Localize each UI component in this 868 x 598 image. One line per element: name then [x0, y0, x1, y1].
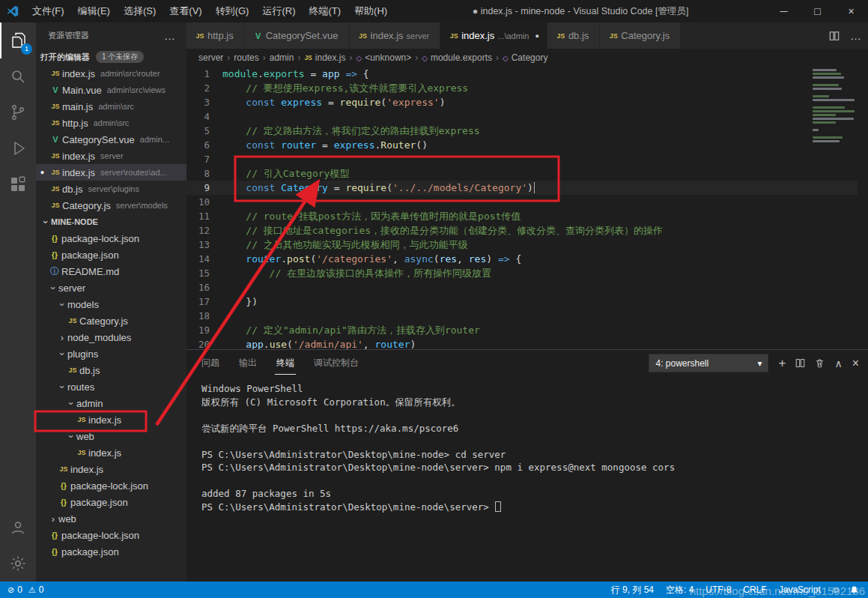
settings-gear-icon[interactable] [0, 546, 36, 582]
editor-tab[interactable]: JSdb.js [547, 22, 599, 49]
editor-tab[interactable]: JSindex.js...\admin● [440, 22, 547, 49]
code-line[interactable]: 5 // 定义路由方法，将我们定义的路由挂载到express [186, 124, 868, 138]
open-editor-item[interactable]: JSindex.jsserver [36, 148, 186, 164]
maximize-panel-icon[interactable]: ∧ [834, 357, 842, 369]
notifications-bell-icon[interactable] [845, 585, 864, 595]
code-line[interactable]: 9 const Category = require('../../models… [186, 181, 868, 195]
extensions-icon[interactable] [0, 166, 36, 202]
menu-item[interactable]: 文件(F) [25, 0, 71, 22]
problems-status[interactable]: ⊘ 0 ⚠ 0 [7, 585, 43, 595]
menu-item[interactable]: 选择(S) [117, 0, 163, 22]
source-control-icon[interactable] [0, 94, 36, 130]
split-editor-icon[interactable] [829, 31, 840, 41]
code-line[interactable]: 20 app.use('/admin/api', router) [186, 337, 868, 349]
code-editor[interactable]: 1module.exports = app => {2 // 要想使用expre… [186, 67, 868, 349]
panel-tab[interactable]: 终端 [275, 352, 296, 375]
breadcrumb-item[interactable]: ◇<unknown> [356, 52, 411, 63]
open-editor-item[interactable]: JSCategory.jsserver\models [36, 197, 186, 214]
open-editor-item[interactable]: ●JSindex.jsserver\routes\ad... [36, 164, 186, 181]
menu-item[interactable]: 运行(R) [255, 0, 302, 22]
file-item[interactable]: JSindex.js [36, 461, 186, 477]
code-line[interactable]: 3 const express = require('express') [186, 95, 868, 109]
file-item[interactable]: {}package-lock.json [36, 477, 186, 494]
folder-item[interactable]: ›routes [36, 378, 186, 395]
breadcrumb-item[interactable]: JSindex.js [304, 52, 345, 63]
code-line[interactable]: 8 // 引入Category模型 [186, 166, 868, 181]
code-line[interactable]: 7 [186, 152, 868, 166]
open-editor-item[interactable]: VMain.vueadmin\src\views [36, 82, 186, 98]
close-panel-icon[interactable]: × [852, 357, 859, 370]
code-line[interactable]: 18 [186, 309, 868, 323]
file-item[interactable]: {}package-lock.json [36, 527, 186, 543]
panel-tab[interactable]: 输出 [237, 352, 258, 375]
split-terminal-icon[interactable] [795, 358, 805, 368]
code-line[interactable]: 13 // 之后其他功能实现与此模板相同，与此功能平级 [186, 238, 868, 252]
maximize-button[interactable]: □ [801, 0, 834, 22]
file-item[interactable]: {}package.json [36, 543, 186, 560]
kill-terminal-trash-icon[interactable] [815, 358, 825, 368]
open-editors-header[interactable]: 打开的编辑器 1 个未保存 [36, 49, 186, 65]
file-item[interactable]: JSdb.js [36, 362, 186, 378]
code-line[interactable]: 4 [186, 109, 868, 124]
file-item[interactable]: ⓘREADME.md [36, 263, 186, 280]
open-editor-item[interactable]: JSdb.jsserver\plugins [36, 181, 186, 197]
feedback-smiley-icon[interactable]: ☺ [827, 585, 845, 595]
close-button[interactable]: × [834, 0, 868, 22]
more-actions-icon[interactable]: … [850, 32, 862, 40]
account-icon[interactable] [0, 510, 36, 546]
run-debug-icon[interactable] [0, 130, 36, 166]
folder-item[interactable]: ›node_modules [36, 329, 186, 345]
status-item[interactable]: CRLF [737, 585, 772, 595]
folder-item[interactable]: ›plugins [36, 345, 186, 362]
terminal-select[interactable]: 4: powershell ▾ [649, 354, 768, 372]
editor-tab[interactable]: JShttp.js [186, 22, 244, 49]
file-item[interactable]: {}package-lock.json [36, 230, 186, 247]
code-line[interactable]: 17 }) [186, 295, 868, 309]
editor-tab[interactable]: VCategorySet.vue [245, 22, 349, 49]
file-item[interactable]: JSindex.js [36, 411, 186, 428]
search-icon[interactable] [0, 58, 36, 94]
file-item[interactable]: JSCategory.js [36, 312, 186, 329]
code-line[interactable]: 14 router.post('/categories', async(res,… [186, 252, 868, 266]
status-item[interactable]: 空格: 4 [660, 584, 699, 597]
minimap[interactable] [813, 69, 856, 144]
folder-item[interactable]: ›admin [36, 395, 186, 411]
minimize-button[interactable]: ─ [767, 0, 801, 22]
editor-tab[interactable]: JSCategory.js [600, 22, 680, 49]
menu-item[interactable]: 查看(V) [163, 0, 208, 22]
terminal-output[interactable]: Windows PowerShell版权所有 (C) Microsoft Cor… [186, 376, 868, 582]
explorer-icon[interactable]: 1 [0, 22, 36, 58]
panel-tab[interactable]: 调试控制台 [312, 352, 360, 375]
code-line[interactable]: 16 [186, 280, 868, 295]
file-item[interactable]: {}package.json [36, 247, 186, 263]
open-editor-item[interactable]: JShttp.jsadmin\src [36, 115, 186, 131]
file-item[interactable]: {}package.json [36, 494, 186, 510]
file-item[interactable]: JSindex.js [36, 444, 186, 461]
open-editor-item[interactable]: JSmain.jsadmin\src [36, 98, 186, 115]
status-item[interactable]: 行 9, 列 54 [605, 584, 660, 597]
breadcrumb-item[interactable]: ◇module.exports [422, 52, 492, 63]
folder-item[interactable]: ›models [36, 296, 186, 312]
code-line[interactable]: 6 const router = express.Router() [186, 138, 868, 152]
code-line[interactable]: 1module.exports = app => { [186, 67, 868, 81]
editor-tab[interactable]: JSindex.jsserver [350, 22, 440, 49]
status-item[interactable]: JavaScript [773, 585, 827, 595]
status-item[interactable]: UTF-8 [699, 585, 737, 595]
menu-item[interactable]: 编辑(E) [71, 0, 117, 22]
menu-item[interactable]: 终端(T) [302, 0, 347, 22]
breadcrumb-item[interactable]: ◇Category [503, 52, 547, 63]
folder-item[interactable]: ›web [36, 428, 186, 444]
code-line[interactable]: 12 // 接口地址是categories，接收的是分类功能（创建分类、修改分类… [186, 223, 868, 238]
menu-item[interactable]: 转到(G) [209, 0, 256, 22]
code-line[interactable]: 19 // 定义"admin/api"路由方法，挂载存入到router [186, 323, 868, 337]
code-line[interactable]: 10 [186, 195, 868, 209]
code-line[interactable]: 15 // 在里边放该接口的具体操作，所有操作同级放置 [186, 266, 868, 280]
panel-tab[interactable]: 问题 [200, 352, 221, 375]
more-actions-icon[interactable]: … [164, 32, 176, 40]
breadcrumb-item[interactable]: admin [270, 52, 294, 63]
folder-root-header[interactable]: › MINE-NODE [36, 214, 186, 230]
new-terminal-icon[interactable]: + [778, 356, 786, 371]
menu-item[interactable]: 帮助(H) [347, 0, 394, 22]
breadcrumb-item[interactable]: server [198, 52, 223, 63]
folder-item[interactable]: ›web [36, 510, 186, 527]
